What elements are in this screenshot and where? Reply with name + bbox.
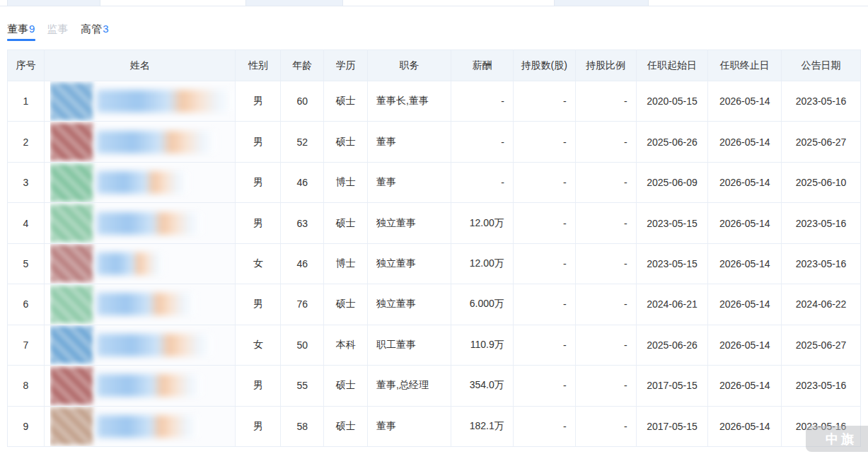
table-row: 3男46博士董事---2025-06-092026-05-142025-06-1… xyxy=(8,162,860,202)
redacted-name-mosaic xyxy=(50,163,236,202)
cell-age: 76 xyxy=(281,284,324,324)
column-header-name: 姓名 xyxy=(45,50,236,81)
tab-supervisors[interactable]: 监事 xyxy=(47,21,69,41)
cell-position: 独立董事 xyxy=(368,244,451,284)
avatar xyxy=(50,326,93,363)
column-header-age: 年龄 xyxy=(281,50,324,81)
cell-end_date: 2026-05-14 xyxy=(708,366,782,405)
avatar xyxy=(50,407,93,445)
redacted-name-blur xyxy=(97,334,214,356)
table-row: 7女50本科职工董事110.9万--2025-06-262026-05-1420… xyxy=(8,325,860,365)
cell-gender: 男 xyxy=(236,366,281,405)
table-row: 4男63硕士独立董事12.00万--2023-05-152026-05-1420… xyxy=(8,202,860,243)
cell-position: 董事 xyxy=(368,163,451,202)
cell-index: 8 xyxy=(8,366,45,405)
cell-name xyxy=(45,81,236,121)
tab-directors[interactable]: 董事9 xyxy=(7,21,35,41)
redacted-name-blur xyxy=(97,212,203,235)
redacted-name-mosaic xyxy=(50,325,236,365)
cell-gender: 男 xyxy=(236,203,281,243)
cell-education: 硕士 xyxy=(324,122,368,161)
redacted-name-blur xyxy=(97,131,217,153)
cell-shares: - xyxy=(514,203,576,243)
cell-start_date: 2023-05-15 xyxy=(637,244,709,284)
cell-salary: 6.000万 xyxy=(451,284,514,324)
board-tabs: 董事9 监事 高管3 xyxy=(7,21,121,41)
table-row: 6男76硕士独立董事6.000万--2024-06-212026-05-1420… xyxy=(8,284,860,324)
cell-index: 2 xyxy=(8,122,45,161)
top-tab-remnant xyxy=(0,0,7,6)
column-header-gender: 性别 xyxy=(236,50,281,81)
redacted-name-mosaic xyxy=(50,81,236,121)
cell-salary: - xyxy=(451,81,514,121)
cell-share_ratio: - xyxy=(576,244,637,284)
cell-position: 董事,总经理 xyxy=(368,366,451,405)
cell-end_date: 2026-05-14 xyxy=(708,203,782,243)
table-body: 1男60硕士董事长,董事---2020-05-152026-05-142023-… xyxy=(8,81,860,446)
directors-table: 序号姓名性别年龄学历职务薪酬持股数(股)持股比例任职起始日任职终止日公告日期 1… xyxy=(7,50,861,447)
cell-start_date: 2020-05-15 xyxy=(637,81,709,121)
cell-name xyxy=(45,163,236,202)
cell-education: 硕士 xyxy=(324,366,368,405)
redacted-name-blur xyxy=(97,90,236,112)
directors-page: { "theme": { "accent_blue": "#2d7ff7", "… xyxy=(0,0,868,454)
cell-education: 本科 xyxy=(324,325,368,365)
avatar xyxy=(50,204,93,242)
cell-gender: 男 xyxy=(236,122,281,161)
avatar xyxy=(50,123,93,161)
redacted-name-blur xyxy=(97,374,203,397)
cell-announce_date: 2025-06-27 xyxy=(782,325,860,365)
cell-education: 硕士 xyxy=(324,407,368,446)
cell-age: 60 xyxy=(281,81,324,121)
column-header-end_date: 任职终止日 xyxy=(708,50,782,81)
redacted-name-blur xyxy=(97,252,164,275)
table-row: 8男55硕士董事,总经理354.0万--2017-05-152026-05-14… xyxy=(8,365,860,405)
cell-shares: - xyxy=(514,366,576,405)
cell-salary: - xyxy=(451,163,514,202)
cell-announce_date: 2025-06-10 xyxy=(782,163,860,202)
top-tab-remnant xyxy=(554,0,649,6)
tab-executives[interactable]: 高管3 xyxy=(81,21,108,41)
cell-shares: - xyxy=(514,284,576,324)
cell-salary: 354.0万 xyxy=(451,366,514,405)
cell-end_date: 2026-05-14 xyxy=(708,325,782,365)
redacted-name-mosaic xyxy=(50,122,236,161)
table-row: 2男52硕士董事---2025-06-262026-05-142025-06-2… xyxy=(8,121,860,161)
cell-index: 3 xyxy=(8,163,45,202)
redacted-name-mosaic xyxy=(50,366,236,405)
cell-start_date: 2023-05-15 xyxy=(637,203,709,243)
cell-gender: 男 xyxy=(236,284,281,324)
cell-education: 博士 xyxy=(324,163,368,202)
cell-education: 硕士 xyxy=(324,284,368,324)
cell-start_date: 2017-05-15 xyxy=(637,407,709,446)
cell-shares: - xyxy=(514,163,576,202)
cell-announce_date: 2023-05-16 xyxy=(782,203,860,243)
column-header-index: 序号 xyxy=(8,50,45,81)
cell-gender: 女 xyxy=(236,325,281,365)
cell-start_date: 2024-06-21 xyxy=(637,284,709,324)
cell-share_ratio: - xyxy=(576,81,637,121)
cell-share_ratio: - xyxy=(576,203,637,243)
cell-share_ratio: - xyxy=(576,407,637,446)
cell-start_date: 2025-06-09 xyxy=(637,163,709,202)
cell-age: 50 xyxy=(281,325,324,365)
cell-share_ratio: - xyxy=(576,163,637,202)
redacted-name-mosaic xyxy=(50,244,236,284)
cell-announce_date: 2023-05-16 xyxy=(782,366,860,405)
cell-end_date: 2026-05-14 xyxy=(708,163,782,202)
cell-shares: - xyxy=(514,81,576,121)
table-row: 9男58硕士董事182.1万--2017-05-152026-05-142023… xyxy=(8,406,860,446)
cell-end_date: 2026-05-14 xyxy=(708,122,782,161)
cell-shares: - xyxy=(514,407,576,446)
cell-announce_date: 2025-06-27 xyxy=(782,122,860,161)
column-header-position: 职务 xyxy=(368,50,451,81)
cell-salary: 12.00万 xyxy=(451,244,514,284)
column-header-announce_date: 公告日期 xyxy=(782,50,860,81)
cell-education: 硕士 xyxy=(324,81,368,121)
top-tab-remnant xyxy=(343,0,554,6)
cell-education: 博士 xyxy=(324,244,368,284)
cell-announce_date: 2024-06-22 xyxy=(782,284,860,324)
cell-position: 董事 xyxy=(368,407,451,446)
top-tab-remnant xyxy=(100,0,245,6)
cell-age: 46 xyxy=(281,163,324,202)
